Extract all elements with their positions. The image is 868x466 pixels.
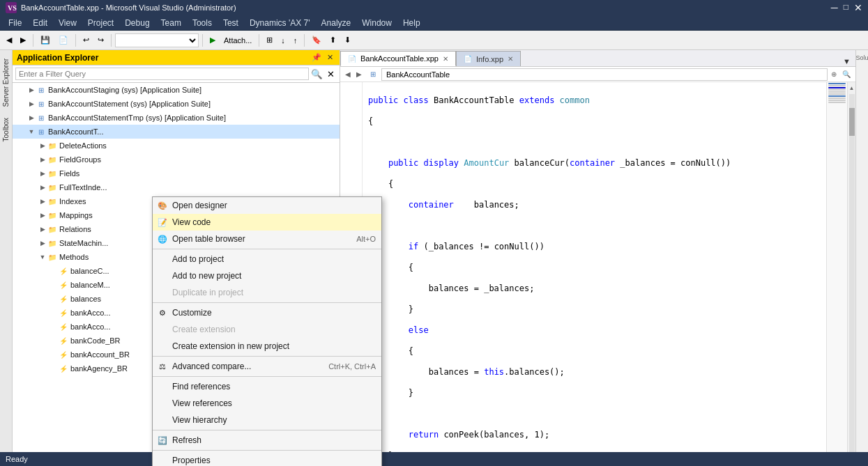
tab-info[interactable]: 📄 Info.xpp ✕ (456, 51, 521, 66)
ctx-sep3 (153, 356, 381, 357)
menu-help[interactable]: Help (397, 15, 426, 30)
ctx-add-to-project-label: Add to project (172, 254, 224, 264)
menu-analyze[interactable]: Analyze (316, 15, 357, 30)
panel-pin-btn[interactable]: 📌 (310, 52, 323, 63)
expander-fieldgroups[interactable]: ▶ (38, 155, 47, 164)
code-editor[interactable]: public class BankAccountTable extends co… (363, 82, 826, 466)
menu-edit[interactable]: Edit (27, 15, 53, 30)
tree-item-fulltextindex[interactable]: ▶ 📁 FullTextInde... (13, 180, 340, 194)
ctx-view-references[interactable]: View references (153, 395, 381, 412)
toolbar-bookmark2[interactable]: ⬆ (326, 33, 340, 48)
editor-nav-fwd[interactable]: ▶ (354, 70, 364, 79)
scrollbar-track[interactable] (849, 94, 855, 456)
right-btn-solution[interactable]: Solu (855, 53, 869, 63)
designer-icon: 🎨 (157, 200, 168, 211)
ctx-add-to-project[interactable]: Add to project (153, 251, 381, 267)
toolbar-sep6 (304, 34, 305, 47)
ctx-open-table-browser-shortcut: Alt+O (356, 235, 376, 243)
toolbar-bookmark1[interactable]: 🔖 (308, 33, 325, 48)
ctx-properties[interactable]: Properties (153, 452, 381, 466)
toolbar-new-btn[interactable]: 📄 (55, 33, 72, 48)
tree-item-bankaccounttable[interactable]: ▼ ⊞ BankAccountT... (13, 125, 340, 139)
editor-scrollbar[interactable]: ▲ ▼ (847, 82, 855, 466)
tree-item-bankaccountstatement[interactable]: ▶ ⊞ BankAccountStatement (sys) [Applicat… (13, 97, 340, 111)
toolbar-sep5 (259, 34, 259, 47)
toolbar-save-btn[interactable]: 💾 (37, 33, 54, 48)
icon-bankaccount: ⚡ (59, 350, 68, 359)
expander-bankaccountstaging[interactable]: ▶ (26, 85, 36, 95)
editor-breadcrumb[interactable]: BankAccountTable (381, 68, 828, 81)
title-text: BankAccountTable.xpp - Microsoft Visual … (21, 3, 236, 12)
sidebar-toolbox[interactable]: Toolbox (1, 112, 11, 147)
editor-tabs-dropdown-btn[interactable]: ▼ (841, 56, 853, 66)
toolbar-play-btn[interactable]: ▶ (206, 33, 219, 48)
ctx-open-designer[interactable]: 🎨 Open designer (153, 197, 381, 214)
toolbar-dbg2[interactable]: ↓ (277, 33, 289, 48)
code-line-3 (368, 137, 821, 148)
ctx-view-hierarchy[interactable]: View hierarchy (153, 412, 381, 428)
close-btn[interactable]: ✕ (854, 2, 862, 13)
search-input[interactable] (15, 68, 309, 80)
ctx-add-to-new-project[interactable]: Add to new project (153, 267, 381, 284)
expander-bankaccountstatement[interactable]: ▶ (26, 99, 36, 109)
expander-statemachine[interactable]: ▶ (38, 238, 47, 248)
menu-debug[interactable]: Debug (119, 15, 155, 30)
panel-header-buttons: 📌 ✕ (310, 52, 335, 63)
expander-deleteactions[interactable]: ▶ (38, 141, 47, 150)
toolbar-back-btn[interactable]: ◀ (3, 33, 15, 48)
panel-close-btn[interactable]: ✕ (325, 52, 335, 63)
ctx-open-table-browser[interactable]: 🌐 Open table browser Alt+O (153, 231, 381, 247)
toolbar-fwd-btn[interactable]: ▶ (17, 33, 29, 48)
ctx-view-code[interactable]: 📝 View code (153, 214, 381, 231)
menu-project[interactable]: Project (82, 15, 119, 30)
toolbar-dbg1[interactable]: ⊞ (263, 33, 276, 48)
toolbar-redo-btn[interactable]: ↪ (94, 33, 107, 48)
scrollbar-up[interactable]: ▲ (848, 84, 855, 93)
menu-file[interactable]: File (3, 15, 27, 30)
expander-indexes[interactable]: ▶ (38, 196, 47, 206)
maximize-btn[interactable]: □ (844, 2, 848, 13)
menu-test[interactable]: Test (218, 15, 244, 30)
expander-bankaccounttable[interactable]: ▼ (26, 127, 36, 137)
tab-info-label: Info.xpp (476, 55, 503, 63)
expander-fields[interactable]: ▶ (38, 169, 47, 178)
minimize-btn[interactable]: ─ (831, 2, 838, 13)
tab-info-close[interactable]: ✕ (508, 55, 513, 63)
search-clear-btn[interactable]: ✕ (325, 68, 337, 80)
ctx-find-references[interactable]: Find references (153, 378, 381, 395)
tree-item-deleteactions[interactable]: ▶ 📁 DeleteActions (13, 139, 340, 153)
ctx-advanced-compare[interactable]: ⚖ Advanced compare... Ctrl+K, Ctrl+A (153, 358, 381, 375)
scrollbar-thumb[interactable] (849, 108, 855, 136)
ctx-create-extension-new[interactable]: Create extension in new project (153, 338, 381, 355)
expander-bankaccountstatementtmp[interactable]: ▶ (26, 113, 36, 123)
tree-item-fields[interactable]: ▶ 📁 Fields (13, 166, 340, 180)
menu-tools[interactable]: Tools (187, 15, 218, 30)
tree-item-bankaccountstatementtmp[interactable]: ▶ ⊞ BankAccountStatementTmp (sys) [Appli… (13, 111, 340, 125)
tree-item-fieldgroups[interactable]: ▶ 📁 FieldGroups (13, 153, 340, 166)
sidebar-server-explorer[interactable]: Server Explorer (1, 53, 11, 112)
menu-window[interactable]: Window (356, 15, 397, 30)
right-sidebar: Solu (855, 50, 868, 466)
toolbar-bookmark3[interactable]: ⬇ (341, 33, 354, 48)
menu-dynamics[interactable]: Dynamics 'AX 7' (244, 15, 316, 30)
toolbar-attach-btn[interactable]: Attach... (220, 33, 255, 48)
ctx-customize[interactable]: ⚙ Customize (153, 304, 381, 321)
tab-bankaccounttable-close[interactable]: ✕ (443, 55, 448, 63)
editor-nav-expand[interactable]: ⊕ (829, 70, 839, 79)
toolbar-dbg3[interactable]: ↑ (290, 33, 301, 48)
editor-nav-search[interactable]: 🔍 (840, 70, 853, 79)
expander-relations[interactable]: ▶ (38, 224, 47, 234)
expander-fulltextindex[interactable]: ▶ (38, 182, 47, 192)
code-line-4: public display AmountCur balanceCur(cont… (368, 157, 821, 169)
toolbar-undo-btn[interactable]: ↩ (79, 33, 93, 48)
ctx-refresh[interactable]: 🔄 Refresh (153, 432, 381, 449)
editor-nav-back[interactable]: ◀ (343, 70, 353, 79)
tree-item-bankaccountstaging[interactable]: ▶ ⊞ BankAccountStaging (sys) [Applicatio… (13, 83, 340, 97)
toolbar-config-dropdown[interactable] (115, 33, 199, 47)
expander-methods[interactable]: ▼ (38, 252, 47, 262)
menu-team[interactable]: Team (155, 15, 187, 30)
search-submit-btn[interactable]: 🔍 (309, 68, 325, 80)
menu-view[interactable]: View (53, 15, 82, 30)
tab-bankaccounttable[interactable]: 📄 BankAccountTable.xpp ✕ (340, 51, 456, 66)
expander-mappings[interactable]: ▶ (38, 210, 47, 220)
